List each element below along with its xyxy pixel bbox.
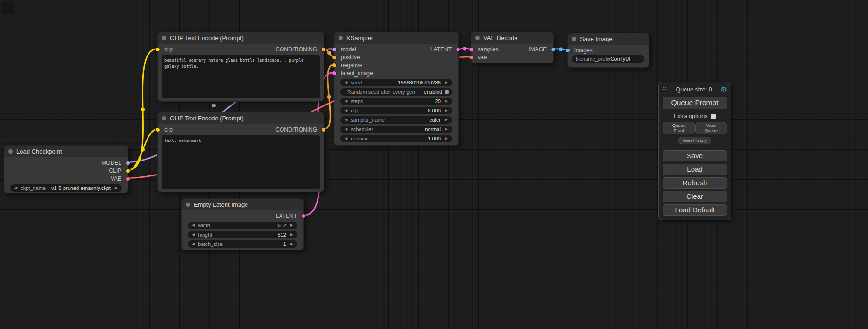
batch-size-widget[interactable]: ◀ batch_size 1 ▶ — [188, 240, 297, 248]
drag-handle-icon[interactable]: ⠿ — [663, 86, 667, 93]
node-collapse-dot-icon[interactable] — [8, 149, 13, 154]
node-clip-text-encode-positive[interactable]: CLIP Text Encode (Prompt) clip CONDITION… — [157, 32, 324, 102]
clear-button[interactable]: Clear — [663, 191, 727, 202]
node-title-bar[interactable]: Empty Latent Image — [182, 199, 303, 210]
images-input-port[interactable] — [565, 48, 570, 53]
widget-label: seed — [351, 80, 362, 85]
clip-input-port[interactable] — [155, 47, 160, 52]
image-output-port[interactable] — [551, 47, 556, 52]
decrement-arrow-icon[interactable]: ◀ — [190, 222, 197, 229]
latent-output-port[interactable] — [301, 214, 306, 218]
decrement-arrow-icon[interactable]: ◀ — [343, 126, 349, 133]
link-midpoint-dot — [327, 51, 331, 55]
load-button[interactable]: Load — [663, 164, 727, 175]
link-midpoint-dot — [141, 108, 145, 112]
increment-arrow-icon[interactable]: ▶ — [289, 222, 295, 229]
node-vae-decode[interactable]: VAE Decode samples IMAGE vae — [471, 32, 554, 63]
queue-prompt-button[interactable]: Queue Prompt — [663, 97, 727, 109]
positive-input-port[interactable] — [332, 55, 337, 60]
node-title-bar[interactable]: Save Image — [568, 33, 649, 45]
input-row-negative: negative — [334, 61, 458, 69]
increment-arrow-icon[interactable]: ▶ — [113, 184, 120, 192]
node-graph-canvas[interactable]: Load Checkpoint MODEL CLIP VAE ◀ ckpt_na… — [0, 0, 868, 329]
model-input-port[interactable] — [332, 47, 337, 52]
node-save-image[interactable]: Save Image images filename_prefix ComfyU… — [567, 33, 649, 68]
node-title-bar[interactable]: CLIP Text Encode (Prompt) — [158, 32, 324, 44]
widget-value: 512 — [277, 232, 286, 238]
negative-input-port[interactable] — [332, 63, 337, 68]
output-label: LATENT — [430, 46, 452, 53]
height-widget[interactable]: ◀ height 512 ▶ — [188, 231, 297, 238]
settings-gear-icon[interactable]: ⚙ — [721, 85, 727, 94]
scheduler-widget[interactable]: ◀ scheduler normal ▶ — [340, 126, 452, 133]
cfg-widget[interactable]: ◀ cfg 8.000 ▶ — [340, 107, 452, 114]
view-history-button[interactable]: View History — [678, 137, 712, 144]
decrement-arrow-icon[interactable]: ◀ — [13, 184, 19, 192]
prompt-textarea[interactable]: beautiful scenery nature glass bottle la… — [162, 55, 320, 98]
denoise-widget[interactable]: ◀ denoise 1.000 ▶ — [340, 135, 452, 142]
samples-input-port[interactable] — [469, 47, 473, 52]
decrement-arrow-icon[interactable]: ◀ — [343, 135, 349, 142]
latent-output-port[interactable] — [456, 47, 460, 52]
node-load-checkpoint[interactable]: Load Checkpoint MODEL CLIP VAE ◀ ckpt_na… — [4, 145, 128, 193]
io-row: samples IMAGE — [471, 45, 553, 53]
clip-output-port[interactable] — [126, 168, 130, 173]
node-title-bar[interactable]: Load Checkpoint — [4, 146, 128, 157]
load-default-button[interactable]: Load Default — [663, 204, 727, 216]
decrement-arrow-icon[interactable]: ◀ — [190, 231, 197, 238]
io-row: clip CONDITIONING — [158, 126, 324, 133]
increment-arrow-icon[interactable]: ▶ — [443, 79, 450, 86]
view-queue-button[interactable]: View Queue — [695, 122, 727, 134]
width-widget[interactable]: ◀ width 512 ▶ — [188, 222, 297, 229]
vae-output-port[interactable] — [126, 176, 130, 181]
node-ksampler[interactable]: KSampler model LATENT positive negative … — [334, 32, 459, 146]
node-collapse-dot-icon[interactable] — [339, 36, 343, 40]
node-title-bar[interactable]: CLIP Text Encode (Prompt) — [158, 112, 324, 124]
node-collapse-dot-icon[interactable] — [475, 36, 480, 40]
decrement-arrow-icon[interactable]: ◀ — [343, 116, 349, 124]
node-collapse-dot-icon[interactable] — [162, 116, 166, 120]
decrement-arrow-icon[interactable]: ◀ — [343, 107, 349, 114]
vae-input-port[interactable] — [469, 55, 473, 60]
prompt-textarea[interactable]: text, watermark — [162, 135, 320, 189]
save-button[interactable]: Save — [663, 150, 727, 161]
decrement-arrow-icon[interactable]: ◀ — [190, 240, 197, 248]
widget-label: filename_prefix — [576, 56, 611, 62]
ckpt-name-widget[interactable]: ◀ ckpt_name v1-5-pruned-emaonly.ckpt ▶ — [10, 184, 122, 192]
increment-arrow-icon[interactable]: ▶ — [443, 126, 450, 133]
decrement-arrow-icon[interactable]: ◀ — [343, 98, 349, 105]
input-label: vae — [478, 54, 487, 61]
input-label: samples — [478, 46, 499, 53]
widget-value: 1.000 — [428, 136, 441, 141]
sampler-name-widget[interactable]: ◀ sampler_name euler ▶ — [340, 116, 452, 124]
input-label: clip — [164, 126, 173, 133]
clip-input-port[interactable] — [155, 127, 160, 132]
node-title-bar[interactable]: VAE Decode — [471, 32, 553, 44]
increment-arrow-icon[interactable]: ▶ — [289, 240, 295, 248]
increment-arrow-icon[interactable]: ▶ — [443, 98, 450, 105]
random-seed-toggle-widget[interactable]: Random seed after every gen enabled — [340, 88, 452, 96]
decrement-arrow-icon[interactable]: ◀ — [343, 79, 349, 86]
steps-widget[interactable]: ◀ steps 20 ▶ — [340, 98, 452, 105]
node-collapse-dot-icon[interactable] — [186, 203, 190, 207]
increment-arrow-icon[interactable]: ▶ — [289, 231, 295, 238]
toggle-knob-icon[interactable] — [445, 90, 449, 94]
extra-options-checkbox[interactable] — [711, 114, 716, 119]
node-clip-text-encode-negative[interactable]: CLIP Text Encode (Prompt) clip CONDITION… — [157, 112, 324, 192]
increment-arrow-icon[interactable]: ▶ — [443, 135, 450, 142]
node-collapse-dot-icon[interactable] — [162, 36, 166, 40]
increment-arrow-icon[interactable]: ▶ — [443, 116, 450, 124]
latent-image-input-port[interactable] — [332, 71, 337, 76]
conditioning-output-port[interactable] — [321, 127, 326, 132]
node-empty-latent-image[interactable]: Empty Latent Image LATENT ◀ width 512 ▶ … — [181, 198, 304, 250]
seed-widget[interactable]: ◀ seed 156680208700286 ▶ — [340, 79, 452, 86]
filename-prefix-widget[interactable]: filename_prefix ComfyUI — [572, 55, 644, 63]
node-collapse-dot-icon[interactable] — [572, 37, 576, 41]
conditioning-output-port[interactable] — [321, 47, 326, 52]
queue-front-button[interactable]: Queue Front — [663, 122, 695, 134]
node-title-bar[interactable]: KSampler — [334, 32, 458, 44]
increment-arrow-icon[interactable]: ▶ — [443, 107, 450, 114]
model-output-port[interactable] — [126, 161, 130, 165]
node-title: CLIP Text Encode (Prompt) — [170, 35, 244, 42]
refresh-button[interactable]: Refresh — [663, 177, 727, 189]
